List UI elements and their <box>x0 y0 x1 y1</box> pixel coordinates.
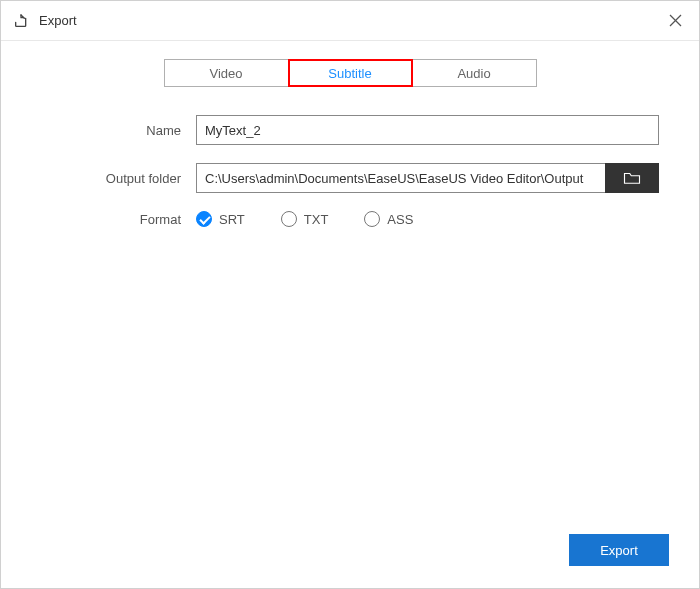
close-icon <box>669 14 682 27</box>
format-radio-label: SRT <box>219 212 245 227</box>
format-row: Format SRT TXT ASS <box>41 211 659 227</box>
export-button[interactable]: Export <box>569 534 669 566</box>
titlebar: Export <box>1 1 699 41</box>
footer: Export <box>1 534 699 588</box>
radio-icon <box>364 211 380 227</box>
radio-icon <box>281 211 297 227</box>
name-row: Name <box>41 115 659 145</box>
output-folder-label: Output folder <box>41 171 196 186</box>
name-label: Name <box>41 123 196 138</box>
format-radio-txt[interactable]: TXT <box>281 211 329 227</box>
tab-audio[interactable]: Audio <box>412 59 537 87</box>
format-radio-ass[interactable]: ASS <box>364 211 413 227</box>
browse-folder-button[interactable] <box>605 163 659 193</box>
content-area: Video Subtitle Audio Name Output folder … <box>1 41 699 534</box>
tab-video[interactable]: Video <box>164 59 289 87</box>
export-dialog: Export Video Subtitle Audio Name Output … <box>0 0 700 589</box>
folder-icon <box>623 171 641 185</box>
dialog-title: Export <box>39 13 663 28</box>
format-radio-srt[interactable]: SRT <box>196 211 245 227</box>
radio-icon <box>196 211 212 227</box>
format-label: Format <box>41 212 196 227</box>
export-icon <box>13 13 29 29</box>
tab-subtitle[interactable]: Subtitle <box>288 59 413 87</box>
tab-group: Video Subtitle Audio <box>41 59 659 87</box>
output-folder-input[interactable] <box>196 163 605 193</box>
name-input[interactable] <box>196 115 659 145</box>
format-radio-label: TXT <box>304 212 329 227</box>
format-radio-label: ASS <box>387 212 413 227</box>
output-folder-row: Output folder <box>41 163 659 193</box>
close-button[interactable] <box>663 9 687 33</box>
format-options: SRT TXT ASS <box>196 211 413 227</box>
